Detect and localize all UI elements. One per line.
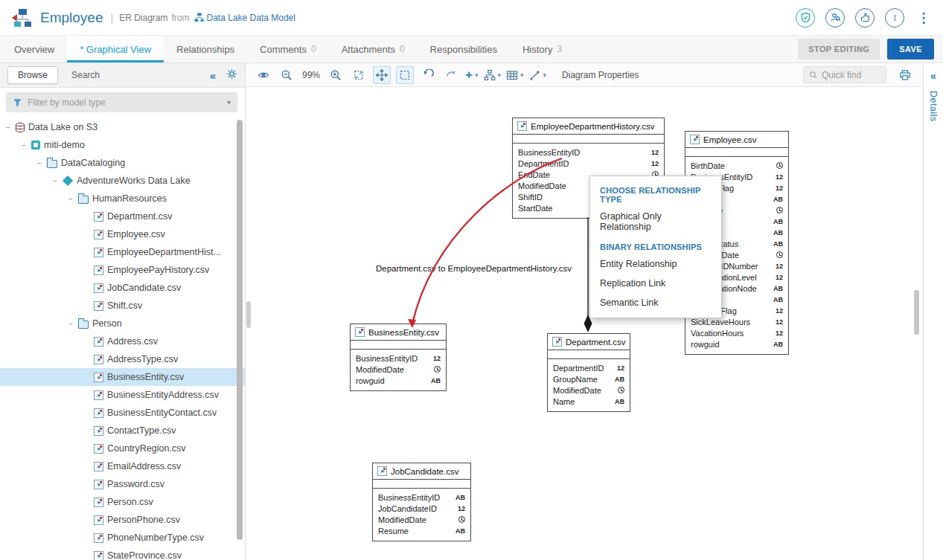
tree-item-personphone-csv[interactable]: PersonPhone.csv	[0, 511, 245, 529]
tree-item-person[interactable]: −Person	[0, 315, 245, 332]
undo-icon[interactable]	[419, 66, 437, 84]
entity-title[interactable]: Department.csv	[548, 334, 630, 350]
tree-item-shift-csv[interactable]: Shift.csv	[0, 297, 245, 315]
collapse-sidebar-icon[interactable]: «	[210, 69, 216, 82]
entity-department-csv[interactable]: Department.csvDepartmentID12GroupNameABM…	[547, 333, 630, 412]
attribute-vacationhours[interactable]: VacationHours12	[685, 327, 788, 338]
visibility-eye-icon[interactable]	[255, 66, 272, 84]
tab-graphical-view[interactable]: * Graphical View	[67, 36, 164, 62]
model-link[interactable]: Data Lake Data Model	[207, 13, 295, 23]
tree-item-password-csv[interactable]: Password.csv	[0, 475, 245, 493]
tree-item-data-lake-on-s3[interactable]: −Data Lake on S3	[0, 118, 245, 136]
tree-item-employeedepartmenthist[interactable]: EmployeeDepartmentHist...	[0, 243, 245, 261]
marquee-select-icon[interactable]	[396, 66, 414, 84]
quick-find-input[interactable]	[822, 70, 878, 80]
sidebar-scrollbar-thumb[interactable]	[237, 120, 243, 540]
menu-item-graphical-only-relationship[interactable]: Graphical Only Relationship	[590, 207, 721, 236]
pan-tool-icon[interactable]	[373, 66, 391, 84]
zoom-in-icon[interactable]	[327, 66, 345, 84]
settings-gear-icon[interactable]	[226, 68, 237, 83]
add-entity-dropdown[interactable]: + ▾	[465, 68, 478, 81]
attribute-modifieddate[interactable]: ModifiedDate	[548, 384, 630, 396]
attribute-businessentityid[interactable]: BusinessEntityIDAB	[373, 492, 470, 503]
tab-attachments[interactable]: Attachments0	[329, 36, 418, 62]
fit-to-screen-icon[interactable]	[350, 66, 368, 84]
entity-title[interactable]: JobCandidate.csv	[373, 463, 470, 480]
tree-item-employee-csv[interactable]: Employee.csv	[0, 225, 245, 243]
tab-comments[interactable]: Comments0	[247, 36, 329, 62]
print-icon[interactable]	[896, 66, 914, 84]
attribute-name[interactable]: NameAB	[548, 396, 630, 407]
attribute-modifieddate[interactable]: ModifiedDate	[373, 514, 470, 525]
entity-title[interactable]: EmployeeDepartmentHistory.csv	[513, 118, 664, 135]
kebab-menu-icon[interactable]: ⋮	[915, 10, 933, 26]
tree-item-emailaddress-csv[interactable]: EmailAddress.csv	[0, 457, 245, 475]
grid-view-dropdown[interactable]: ▾	[506, 69, 524, 81]
curator-search-icon[interactable]	[825, 8, 845, 28]
collapse-expander-icon[interactable]: −	[51, 177, 59, 185]
tab-overview[interactable]: Overview	[1, 36, 67, 62]
tree-item-humanresources[interactable]: −HumanResources	[0, 190, 245, 207]
tab-history[interactable]: History3	[510, 36, 575, 62]
entity-title[interactable]: BusinessEntity.csv	[351, 324, 446, 341]
menu-item-replication-link[interactable]: Replication Link	[590, 274, 721, 293]
tree-item-adventureworks-data-lake[interactable]: −AdventureWorks Data Lake	[0, 172, 245, 190]
canvas-left-scrollbar-thumb[interactable]	[246, 301, 251, 328]
shield-check-icon[interactable]	[796, 8, 815, 28]
tree-item-businessentitycontact-csv[interactable]: BusinessEntityContact.csv	[0, 404, 245, 422]
tree-item-datacataloging[interactable]: −DataCataloging	[0, 154, 245, 172]
diagram-properties-label[interactable]: Diagram Properties	[562, 70, 639, 80]
collapse-expander-icon[interactable]: −	[4, 123, 12, 132]
tree-item-employeepayhistory-csv[interactable]: EmployeePayHistory.csv	[0, 261, 245, 279]
auto-layout-dropdown[interactable]: ▾	[484, 69, 502, 81]
tree-item-contacttype-csv[interactable]: ContactType.csv	[0, 422, 245, 440]
tree-item-countryregion-csv[interactable]: CountryRegion.csv	[0, 440, 245, 457]
stop-editing-button[interactable]: STOP EDITING	[798, 39, 880, 59]
tree-item-businessentityaddress-csv[interactable]: BusinessEntityAddress.csv	[0, 386, 245, 404]
tree-item-jobcandidate-csv[interactable]: JobCandidate.csv	[0, 279, 245, 297]
attribute-modifieddate[interactable]: ModifiedDate	[351, 364, 446, 375]
relationship-tool-dropdown[interactable]: ▾	[529, 69, 547, 81]
save-button[interactable]: SAVE	[887, 39, 934, 59]
redo-icon[interactable]	[442, 66, 460, 84]
tree-item-addresstype-csv[interactable]: AddressType.csv	[0, 350, 245, 368]
attribute-groupname[interactable]: GroupNameAB	[548, 373, 630, 384]
tree-item-address-csv[interactable]: Address.csv	[0, 332, 245, 350]
browse-tab[interactable]: Browse	[7, 66, 58, 84]
tree-item-businessentity-csv[interactable]: BusinessEntity.csv	[0, 368, 245, 386]
details-panel-collapsed[interactable]: « Details	[923, 63, 943, 560]
attribute-resume[interactable]: ResumeAB	[373, 525, 470, 536]
tree-item-person-csv[interactable]: Person.csv	[0, 493, 245, 511]
tree-item-stateprovince-csv[interactable]: StateProvince.csv	[0, 547, 245, 560]
alert-icon[interactable]	[885, 8, 904, 28]
quick-find[interactable]	[803, 66, 886, 83]
search-tab[interactable]: Search	[71, 70, 100, 80]
thumbs-up-icon[interactable]	[855, 8, 875, 28]
diagram-canvas[interactable]: Department.csv to EmployeeDepartmentHist…	[246, 87, 923, 560]
attribute-businessentityid[interactable]: BusinessEntityID12	[513, 147, 664, 158]
canvas-vscrollbar-thumb[interactable]	[914, 290, 919, 335]
sidebar-scrollbar[interactable]	[237, 120, 243, 558]
tab-responsibilities[interactable]: Responsibilities	[418, 36, 510, 62]
collapse-expander-icon[interactable]: −	[67, 320, 74, 328]
attribute-departmentid[interactable]: DepartmentID12	[513, 158, 664, 169]
model-type-filter[interactable]: Filter by model type ▾	[6, 92, 237, 112]
attribute-departmentid[interactable]: DepartmentID12	[548, 362, 630, 373]
entity-businessentity-csv[interactable]: BusinessEntity.csvBusinessEntityID12Modi…	[350, 324, 447, 391]
entity-title[interactable]: Employee.csv	[685, 132, 788, 148]
tab-relationships[interactable]: Relationships	[164, 36, 247, 62]
menu-item-semantic-link[interactable]: Semantic Link	[590, 293, 721, 312]
menu-item-entity-relationship[interactable]: Entity Relationship	[590, 254, 721, 274]
attribute-rowguid[interactable]: rowguidAB	[685, 338, 788, 350]
tree-item-department-csv[interactable]: Department.csv	[0, 207, 245, 225]
zoom-out-icon[interactable]	[278, 66, 295, 84]
attribute-jobcandidateid[interactable]: JobCandidateID12	[373, 503, 470, 514]
expand-details-icon[interactable]: «	[930, 70, 936, 82]
attribute-businessentityid[interactable]: BusinessEntityID12	[351, 353, 446, 364]
collapse-expander-icon[interactable]: −	[67, 195, 74, 203]
tree-item-phonenumbertype-csv[interactable]: PhoneNumberType.csv	[0, 529, 245, 547]
collapse-expander-icon[interactable]: −	[36, 159, 43, 167]
entity-jobcandidate-csv[interactable]: JobCandidate.csvBusinessEntityIDABJobCan…	[372, 463, 471, 541]
attribute-birthdate[interactable]: BirthDate	[685, 160, 788, 171]
attribute-rowguid[interactable]: rowguidAB	[351, 375, 446, 386]
